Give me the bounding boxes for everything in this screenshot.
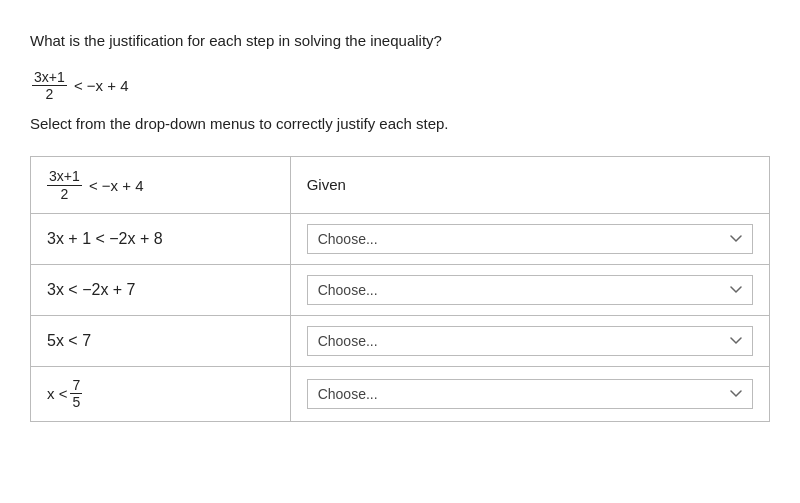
choose-dropdown-2[interactable]: Choose... [307,224,753,254]
justification-dropdown-5: Choose... [290,366,769,422]
table-row: 3x + 1 < −2x + 8 Choose... [31,213,770,264]
justification-given: Given [290,157,769,214]
main-fraction: 3x+1 2 [32,69,67,104]
step-expression-1: 3x+1 2 < −x + 4 [31,157,291,214]
step-expression-4: 5x < 7 [31,315,291,366]
main-formula: 3x+1 2 < −x + 4 [32,67,770,104]
choose-dropdown-5[interactable]: Choose... [307,379,753,409]
steps-table: 3x+1 2 < −x + 4 Given 3x + 1 < −2x + 8 C… [30,156,770,422]
justification-dropdown-2: Choose... [290,213,769,264]
justification-dropdown-4: Choose... [290,315,769,366]
step-expression-5: x < 7 5 [31,366,291,422]
table-row: x < 7 5 Choose... [31,366,770,422]
choose-dropdown-4[interactable]: Choose... [307,326,753,356]
instruction-text: Select from the drop-down menus to corre… [30,115,770,132]
table-row: 3x+1 2 < −x + 4 Given [31,157,770,214]
step-expression-2: 3x + 1 < −2x + 8 [31,213,291,264]
table-row: 3x < −2x + 7 Choose... [31,264,770,315]
step-expression-3: 3x < −2x + 7 [31,264,291,315]
question-text: What is the justification for each step … [30,30,770,53]
choose-dropdown-3[interactable]: Choose... [307,275,753,305]
table-row: 5x < 7 Choose... [31,315,770,366]
justification-dropdown-3: Choose... [290,264,769,315]
main-inequality-symbol: < −x + 4 [70,77,129,94]
